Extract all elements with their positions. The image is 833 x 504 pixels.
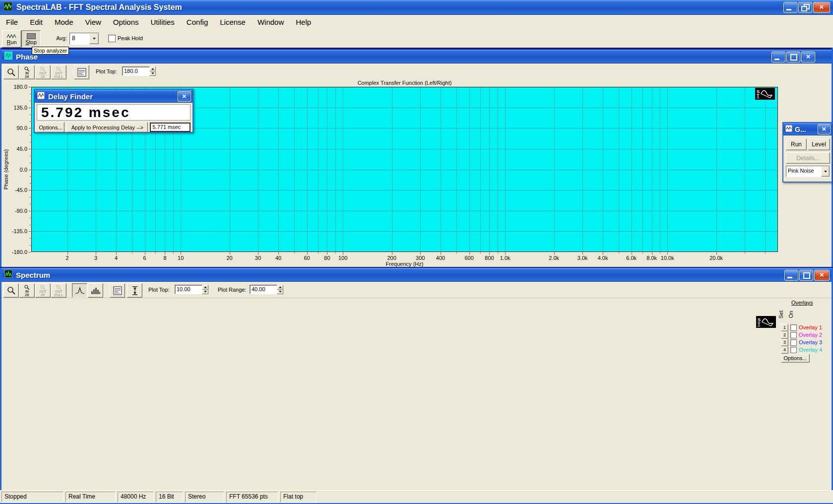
spectrum-zoom-in-2x-button[interactable]: IN 2X: [19, 283, 35, 298]
spinner-up-icon[interactable]: [202, 285, 208, 290]
generator-level-button[interactable]: Level: [808, 138, 830, 150]
overlays-on-label: On: [788, 311, 794, 318]
phase-zoom-full-button[interactable]: OUT FULL: [51, 65, 66, 79]
generator-run-button[interactable]: Run: [786, 138, 807, 150]
phase-plot-top-field[interactable]: 180.0: [122, 66, 150, 76]
generator-titlebar: G... ×: [783, 123, 832, 135]
window-title: SpectraLAB - FFT Spectral Analysis Syste…: [16, 3, 182, 12]
phase-close-button[interactable]: ×: [801, 52, 815, 63]
overlay-checkbox-1[interactable]: [790, 324, 797, 331]
overlay-checkbox-3[interactable]: [790, 339, 797, 346]
spectrum-close-button[interactable]: ×: [814, 270, 830, 281]
phase-zoom-in-2x-button[interactable]: IN 2X: [19, 65, 35, 79]
avg-value: 8: [70, 33, 89, 44]
delay-options-button[interactable]: Options...: [37, 122, 64, 132]
zoom-out-label: OUT: [39, 71, 47, 75]
spectrum-properties-button[interactable]: [110, 283, 125, 298]
overlay-set-button-1[interactable]: 1: [781, 324, 788, 331]
overlay-checkbox-4[interactable]: [790, 347, 797, 353]
app-window: SpectraLAB - FFT Spectral Analysis Syste…: [0, 0, 833, 504]
spectrum-zoom-button[interactable]: [3, 283, 19, 298]
peak-hold-checkbox[interactable]: [108, 35, 116, 42]
phase-properties-button[interactable]: [74, 65, 89, 79]
menu-item-config[interactable]: Config: [181, 15, 214, 29]
phase-zoom-button[interactable]: [3, 65, 19, 79]
spectrum-line-plot-button[interactable]: [72, 283, 87, 298]
chevron-down-icon: [824, 171, 827, 173]
phase-minimize-button[interactable]: [771, 52, 785, 63]
overlay-set-button-2[interactable]: 2: [781, 331, 788, 339]
minimize-button[interactable]: [783, 2, 797, 13]
spinner-up-icon[interactable]: [149, 66, 156, 71]
spinner-down-icon[interactable]: [202, 290, 208, 295]
spectrum-plot-top-spinner[interactable]: [202, 285, 208, 294]
delay-msec-field[interactable]: 5.771 msec: [150, 123, 191, 132]
overlays-panel: Overlays Set On 1Overlay 12Overlay 23Ove…: [779, 298, 832, 362]
status-panel-5: FFT 65536 pts: [226, 492, 278, 503]
menu-item-options[interactable]: Options: [107, 15, 145, 29]
overlay-checkbox-2[interactable]: [790, 332, 797, 338]
overlay-label-1: Overlay 1: [799, 324, 822, 330]
minimize-icon: [786, 9, 791, 10]
run-button[interactable]: Run: [2, 30, 21, 48]
spinner-down-icon[interactable]: [149, 71, 156, 76]
spectrum-zoom-out-2x-button[interactable]: OUT 2X: [35, 283, 51, 298]
statusbar: StoppedReal Time48000 Hz16 BitStereoFFT …: [0, 490, 833, 503]
avg-dropdown-button[interactable]: [89, 33, 99, 44]
spectrum-plot-top-field[interactable]: 10.00: [175, 285, 202, 294]
menu-item-help[interactable]: Help: [290, 15, 317, 29]
delay-finder-close-button[interactable]: ×: [178, 91, 191, 102]
phase-maximize-button[interactable]: [786, 52, 800, 63]
generator-window: G... × Run Level Details... Pink Noise: [782, 122, 833, 183]
spectrum-plot-range-field[interactable]: 40.00: [250, 285, 277, 294]
overlay-row-3: 3Overlay 3: [781, 339, 822, 346]
menu-item-file[interactable]: File: [0, 15, 24, 29]
generator-details-button[interactable]: Details...: [786, 152, 830, 164]
properties-icon: [113, 286, 122, 295]
menu-item-utilities[interactable]: Utilities: [145, 15, 181, 29]
run-button-label: Run: [6, 39, 16, 45]
magnifier-icon: [24, 66, 30, 71]
close-icon: ×: [178, 92, 191, 101]
phase-zoom-out-2x-button[interactable]: OUT 2X: [35, 65, 51, 79]
generator-signal-combobox[interactable]: Pink Noise: [786, 166, 830, 177]
menu-item-view[interactable]: View: [79, 15, 107, 29]
main-toolbar: Run Stop Avg: 8 Peak Hold: [0, 29, 833, 48]
phase-window-icon: [4, 52, 12, 62]
menu-item-license[interactable]: License: [214, 15, 252, 29]
menu-item-window[interactable]: Window: [252, 15, 290, 29]
overlays-options-button[interactable]: Options...: [781, 354, 810, 363]
generator-signal-dropdown-button[interactable]: [821, 166, 830, 177]
spinner-down-icon[interactable]: [277, 290, 283, 295]
overlay-set-button-4[interactable]: 4: [781, 346, 788, 354]
restore-button[interactable]: [798, 2, 812, 13]
menu-item-mode[interactable]: Mode: [49, 15, 79, 29]
spectrum-minimize-button[interactable]: [784, 270, 798, 281]
generator-window-title: G...: [795, 126, 806, 133]
avg-combobox[interactable]: 8: [69, 33, 99, 45]
delay-finder-icon: [37, 92, 45, 101]
spectrum-window-icon: [4, 270, 12, 280]
close-button[interactable]: ×: [813, 2, 830, 13]
delay-value-panel: 5.792 msec: [37, 104, 191, 121]
spinner-up-icon[interactable]: [277, 285, 283, 290]
delay-finder-title: Delay Finder: [48, 92, 93, 101]
spectrum-chart-canvas[interactable]: [1, 298, 832, 490]
overlay-label-4: Overlay 4: [799, 347, 822, 353]
spectrum-toolbar: IN 2X OUT 2X OUT FULL Plot Top: 10.00: [1, 282, 832, 298]
spectrum-generator-status-icon: ST: [756, 316, 776, 328]
apply-processing-delay-button[interactable]: Apply to Processing Delay -->: [66, 122, 148, 132]
delay-value: 5.792 msec: [37, 105, 130, 121]
spectrum-maximize-button[interactable]: [799, 270, 813, 281]
menu-item-edit[interactable]: Edit: [24, 15, 49, 29]
stop-button[interactable]: Stop: [21, 30, 41, 48]
magnifier-icon: [7, 286, 16, 295]
phase-plot-top-spinner[interactable]: [149, 66, 156, 76]
generator-close-button[interactable]: ×: [818, 124, 831, 134]
spectrum-autoscale-button[interactable]: [127, 283, 142, 298]
spectrum-bar-plot-button[interactable]: [88, 283, 103, 298]
spectrum-zoom-full-button[interactable]: OUT FULL: [51, 283, 66, 298]
spectrum-plot-range-spinner[interactable]: [277, 285, 283, 294]
overlay-set-button-3[interactable]: 3: [781, 339, 788, 346]
zoom-in-label: IN: [25, 71, 29, 75]
